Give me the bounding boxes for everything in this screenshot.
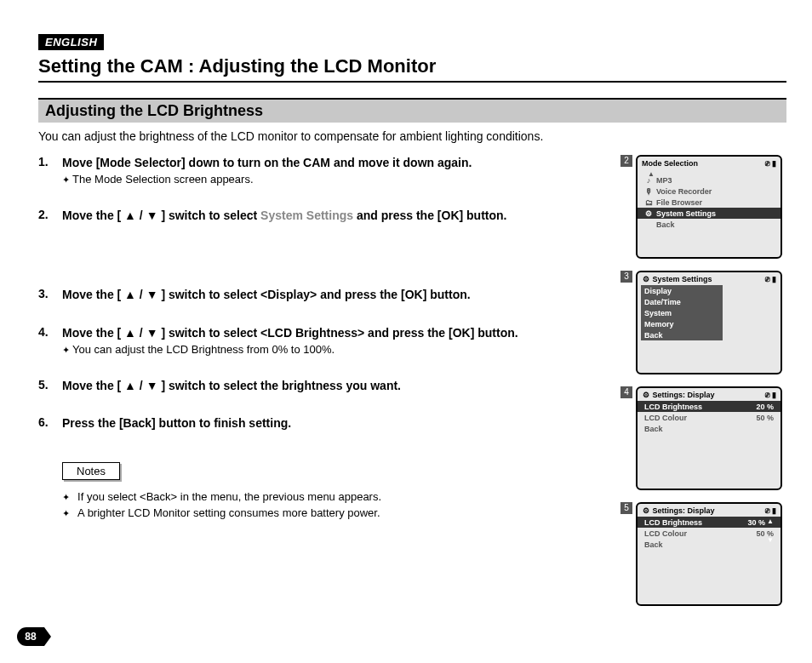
screen-title-text: Settings: Display	[653, 506, 715, 515]
step-5: Move the [ ▲ / ▼ ] switch to select the …	[38, 378, 609, 394]
menu-item-back: Back	[641, 539, 777, 550]
screen-title-text: System Settings	[653, 275, 712, 283]
menu-label: Back	[644, 331, 663, 340]
notes-label: Notes	[62, 462, 120, 480]
section-title: Adjusting the LCD Brightness	[38, 98, 786, 123]
status-icons: ⎚▮	[765, 391, 776, 399]
menu-label: LCD Colour	[644, 529, 687, 538]
notes-list: If you select <Back> in the menu, the pr…	[38, 490, 609, 519]
menu-label: LCD Colour	[644, 414, 687, 422]
menu-item-display: Display	[641, 285, 723, 296]
step-5-main: Move the [ ▲ / ▼ ] switch to select the …	[62, 378, 609, 394]
folder-icon: 🗂	[644, 198, 653, 207]
status-icons: ⎚▮	[765, 506, 776, 515]
menu-label: System Settings	[656, 209, 716, 218]
card-icon: ⎚	[765, 159, 769, 168]
scroll-up-icon: ▲	[648, 170, 655, 178]
screen-5-number: 5	[620, 502, 632, 514]
screen-title-text: Settings: Display	[653, 391, 715, 399]
menu-item-lcd-colour: LCD Colour50 %	[641, 528, 777, 539]
step-1-sub: The Mode Selection screen appears.	[62, 173, 609, 186]
note-item: If you select <Back> in the menu, the pr…	[62, 490, 609, 503]
gear-icon: ⚙	[642, 506, 650, 515]
screen-4-wrap: 4 ⚙ Settings: Display ⎚▮ LCD Brightness2…	[620, 386, 786, 490]
status-icons: ⎚▮	[765, 159, 776, 168]
menu-item-system-settings: ⚙System Settings	[638, 208, 781, 219]
screen-2: Mode Selection ⎚▮ ▲ ♪MP3 🎙Voice Recorder…	[636, 155, 782, 259]
intro-text: You can adjust the brightness of the LCD…	[38, 129, 786, 143]
menu-item-voice: 🎙Voice Recorder	[641, 186, 777, 197]
screen-5: ⚙ Settings: Display ⎚▮ ▲ ▼ LCD Brightnes…	[636, 502, 782, 606]
step-3: Move the [ ▲ / ▼ ] switch to select <Dis…	[38, 287, 609, 303]
screen-4: ⚙ Settings: Display ⎚▮ LCD Brightness20 …	[636, 386, 782, 490]
menu-item-mp3: ♪MP3	[641, 174, 777, 186]
screen-5-title: ⚙ Settings: Display	[642, 506, 715, 515]
menu-label: LCD Brightness	[644, 403, 702, 411]
battery-icon: ▮	[772, 275, 776, 283]
step-2: Move the [ ▲ / ▼ ] switch to select Syst…	[38, 208, 609, 265]
step-3-main: Move the [ ▲ / ▼ ] switch to select <Dis…	[62, 287, 609, 303]
screen-2-wrap: 2 Mode Selection ⎚▮ ▲ ♪MP3 🎙Voice Record…	[620, 155, 786, 259]
menu-item-back: Back	[641, 219, 777, 230]
menu-item-system: System	[641, 307, 723, 318]
instructions-column: Move [Mode Selector] down to turn on the…	[38, 155, 609, 618]
menu-value: 20 %	[751, 403, 774, 411]
menu-item-back: Back	[641, 329, 723, 340]
menu-label: System	[644, 309, 672, 317]
menu-item-file: 🗂File Browser	[641, 197, 777, 208]
step-1-main: Move [Mode Selector] down to turn on the…	[62, 155, 609, 171]
screen-3-wrap: 3 ⚙ System Settings ⎚▮ Display Date/Time…	[620, 271, 786, 374]
menu-label: Display	[644, 287, 672, 295]
screen-3-title: ⚙ System Settings	[642, 275, 712, 283]
menu-item-lcd-colour: LCD Colour50 %	[641, 412, 777, 423]
menu-label: Date/Time	[644, 298, 681, 306]
menu-label: File Browser	[656, 198, 702, 207]
step-2-post: and press the [OK] button.	[353, 209, 506, 222]
page-number-badge: 88	[17, 627, 44, 646]
screen-3-number: 3	[620, 271, 632, 283]
battery-icon: ▮	[772, 506, 776, 515]
step-4: Move the [ ▲ / ▼ ] switch to select <LCD…	[38, 325, 609, 356]
menu-item-lcd-brightness: LCD Brightness20 %	[638, 401, 781, 412]
menu-value: 50 %	[751, 414, 774, 422]
menu-label: Back	[656, 220, 675, 229]
menu-item-datetime: Date/Time	[641, 296, 723, 307]
status-icons: ⎚▮	[765, 275, 776, 283]
step-2-pre: Move the [ ▲ / ▼ ] switch to select	[62, 209, 260, 222]
menu-label: LCD Brightness	[644, 518, 702, 527]
mic-icon: 🎙	[644, 187, 653, 196]
page-title: Setting the CAM : Adjusting the LCD Moni…	[38, 55, 786, 83]
screens-column: 2 Mode Selection ⎚▮ ▲ ♪MP3 🎙Voice Record…	[620, 155, 786, 618]
menu-label: MP3	[656, 176, 672, 185]
gear-icon: ⚙	[642, 275, 650, 283]
step-1: Move [Mode Selector] down to turn on the…	[38, 155, 609, 186]
step-6: Press the [Back] button to finish settin…	[38, 415, 609, 432]
step-6-main: Press the [Back] button to finish settin…	[62, 415, 609, 432]
battery-icon: ▮	[772, 391, 776, 399]
gear-icon: ⚙	[642, 391, 650, 399]
step-4-main: Move the [ ▲ / ▼ ] switch to select <LCD…	[62, 325, 609, 341]
card-icon: ⎚	[765, 391, 769, 399]
screen-3: ⚙ System Settings ⎚▮ Display Date/Time S…	[636, 271, 782, 374]
value-down-icon: ▼	[767, 536, 774, 544]
step-2-main: Move the [ ▲ / ▼ ] switch to select Syst…	[62, 208, 609, 224]
note-item: A brighter LCD Monitor setting consumes …	[62, 506, 609, 519]
screen-2-title: Mode Selection	[642, 159, 698, 168]
screen-4-title: ⚙ Settings: Display	[642, 391, 715, 399]
menu-label: Back	[644, 540, 663, 549]
gear-icon: ⚙	[644, 209, 653, 218]
card-icon: ⎚	[765, 275, 769, 283]
menu-item-lcd-brightness: LCD Brightness30 %	[638, 517, 781, 528]
menu-label: Memory	[644, 320, 674, 329]
menu-label: Voice Recorder	[656, 187, 712, 196]
step-4-sub: You can adjust the LCD Brightness from 0…	[62, 343, 609, 356]
step-2-highlight: System Settings	[260, 209, 353, 222]
menu-item-back: Back	[641, 423, 777, 434]
value-up-icon: ▲	[767, 517, 774, 525]
card-icon: ⎚	[765, 506, 769, 515]
language-badge: ENGLISH	[38, 34, 104, 50]
menu-label: Back	[644, 425, 663, 433]
screen-2-number: 2	[620, 155, 632, 167]
screen-4-number: 4	[620, 386, 632, 398]
screen-5-wrap: 5 ⚙ Settings: Display ⎚▮ ▲ ▼ LCD Brightn…	[620, 502, 786, 606]
